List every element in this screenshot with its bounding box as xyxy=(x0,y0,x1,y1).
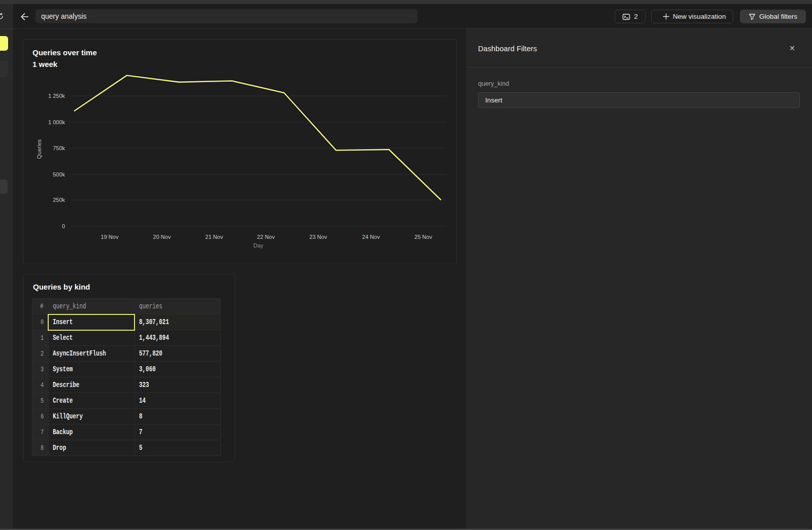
svg-text:250k: 250k xyxy=(53,197,65,203)
svg-text:20 Nov: 20 Nov xyxy=(153,234,171,240)
svg-text:0: 0 xyxy=(62,223,65,229)
svg-text:23 Nov: 23 Nov xyxy=(310,234,327,240)
svg-text:25 Nov: 25 Nov xyxy=(415,234,432,240)
svg-text:Queries: Queries xyxy=(36,139,42,159)
svg-text:Day: Day xyxy=(253,242,263,249)
svg-text:1 250k: 1 250k xyxy=(48,93,65,99)
svg-text:1 000k: 1 000k xyxy=(48,119,65,125)
svg-text:750k: 750k xyxy=(53,145,65,151)
svg-text:19 Nov: 19 Nov xyxy=(101,234,119,240)
svg-text:22 Nov: 22 Nov xyxy=(257,234,275,240)
svg-text:21 Nov: 21 Nov xyxy=(206,234,223,240)
svg-text:24 Nov: 24 Nov xyxy=(362,234,380,240)
svg-text:500k: 500k xyxy=(53,171,65,178)
